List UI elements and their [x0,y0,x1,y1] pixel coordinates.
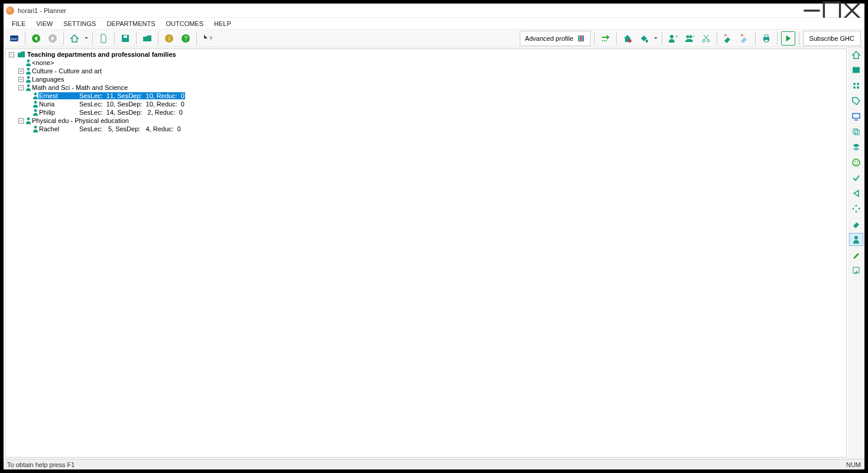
svg-point-29 [702,40,705,42]
home-dropdown[interactable] [84,31,89,46]
side-pencil-icon[interactable] [849,248,863,261]
tree-teacher-philip[interactable]: PhilipSesLec: 14, SesDep: 2, Reduc: 0 [7,108,845,116]
home-button[interactable] [67,31,82,46]
svg-point-45 [34,101,37,104]
svg-point-40 [27,60,30,63]
close-button[interactable] [842,4,862,17]
transfer-icon[interactable] [598,31,613,46]
forward-button[interactable] [46,31,60,46]
svg-point-41 [27,68,30,71]
svg-point-26 [686,35,689,38]
tree-node-culture[interactable]: + Culture - Culture and art [7,67,845,75]
side-check-icon[interactable] [849,171,863,184]
eraser1-icon[interactable] [721,31,735,46]
svg-point-20 [605,40,607,41]
tree-node-languages[interactable]: + Languages [7,75,845,83]
save-button[interactable] [118,31,132,46]
minimize-button[interactable] [802,4,822,17]
person-icon [25,67,31,74]
tree-view[interactable]: − Teaching departments and professional … [5,48,847,458]
ghc-icon[interactable]: GHC [7,31,21,46]
person-icon [25,84,31,91]
collapse-icon[interactable]: − [18,85,24,90]
svg-rect-53 [853,114,860,118]
subscribe-label: Subscribe GHC [809,35,854,42]
rachel-stats: SesLec: 5, SesDep: 4, Reduc: 0 [79,125,181,132]
svg-point-46 [34,109,37,112]
none-label: <none> [31,59,54,66]
tree-root[interactable]: − Teaching departments and professional … [7,50,845,59]
paint-bucket-icon[interactable]: a [637,31,651,46]
tree-node-none[interactable]: <none> [7,59,845,67]
context-help-button[interactable]: ? [200,31,215,46]
menu-outcomes[interactable]: OUTCOMES [161,19,208,28]
paint-home-icon[interactable] [620,31,634,46]
eraser2-icon[interactable] [737,31,752,46]
languages-label: Languages [31,76,64,83]
menu-settings[interactable]: SETTINGS [59,19,101,28]
collapse-icon[interactable]: − [18,118,24,124]
menu-file[interactable]: FILE [7,19,30,28]
person-icon [25,76,31,83]
cut-icon[interactable] [699,31,713,46]
menu-help[interactable]: HELP [209,19,236,28]
side-home-icon[interactable] [849,48,863,61]
advanced-profile-button[interactable]: Advanced profile [520,31,591,46]
root-label: Teaching departments and professional fa… [27,51,177,58]
nuria-stats: SesLec: 10, SesDep: 10, Reduc: 0 [79,101,184,108]
side-person-icon[interactable] [849,233,863,246]
menu-departments[interactable]: DEPARTMENTS [102,19,160,28]
main-toolbar: GHC i ? ? Advanced profile a [4,30,864,47]
subscribe-button[interactable]: Subscribe GHC [803,31,861,46]
tree-node-physed[interactable]: − Physical edu - Physical education [7,116,845,125]
svg-rect-1 [824,2,840,18]
new-file-button[interactable] [96,31,111,46]
back-button[interactable] [29,31,43,46]
side-copy-icon[interactable] [849,125,863,138]
svg-line-31 [704,35,708,40]
side-note-icon[interactable] [849,264,863,277]
side-layer-icon[interactable] [849,141,863,154]
paint-dropdown[interactable] [653,31,658,46]
status-num: NUM [846,461,861,468]
tree-teacher-ernest[interactable]: ErnestSesLec: 11, SesDep: 10, Reduc: 0 [7,92,845,100]
side-monitor-icon[interactable] [849,110,863,123]
side-group-icon[interactable] [849,79,863,92]
person-icon [33,125,38,132]
add-person-icon[interactable]: + [666,31,680,46]
svg-point-59 [857,161,858,162]
person-icon [33,101,38,108]
menu-bar: FILE VIEW SETTINGS DEPARTMENTS OUTCOMES … [4,18,864,30]
expand-icon[interactable]: + [18,77,24,82]
books-icon [577,34,585,43]
svg-rect-9 [124,35,127,38]
svg-text:i: i [169,35,170,42]
side-smiley-icon[interactable] [849,156,863,169]
add-group-icon[interactable]: + [682,31,697,46]
tree-node-mathsci[interactable]: − Math and Sci - Math and Science [7,83,845,92]
run-button[interactable] [781,31,795,46]
person-icon [25,117,31,124]
maximize-button[interactable] [822,4,842,17]
expand-icon[interactable]: + [18,69,24,74]
open-button[interactable] [140,31,154,46]
tree-teacher-nuria[interactable]: NuriaSesLec: 10, SesDep: 10, Reduc: 0 [7,100,845,108]
tree-teacher-rachel[interactable]: RachelSesLec: 5, SesDep: 4, Reduc: 0 [7,125,845,133]
help-button[interactable]: ? [179,31,193,46]
menu-view[interactable]: VIEW [31,19,57,28]
print-icon[interactable] [759,31,773,46]
side-eraser-icon[interactable] [849,218,863,231]
culture-label: Culture - Culture and art [31,67,102,74]
side-books-icon[interactable] [849,64,863,77]
collapse-icon[interactable]: − [9,52,14,57]
side-back-icon[interactable] [849,187,863,200]
side-tag-icon[interactable] [849,95,863,108]
philip-stats: SesLec: 14, SesDep: 2, Reduc: 0 [79,109,183,116]
svg-point-58 [854,161,856,162]
folder-icon [18,51,25,57]
person-icon [33,109,38,116]
side-move-icon[interactable] [849,202,863,215]
status-help-text: To obtain help press F1 [7,461,75,468]
physed-label: Physical edu - Physical education [31,117,129,124]
info-button[interactable]: i [162,31,176,46]
